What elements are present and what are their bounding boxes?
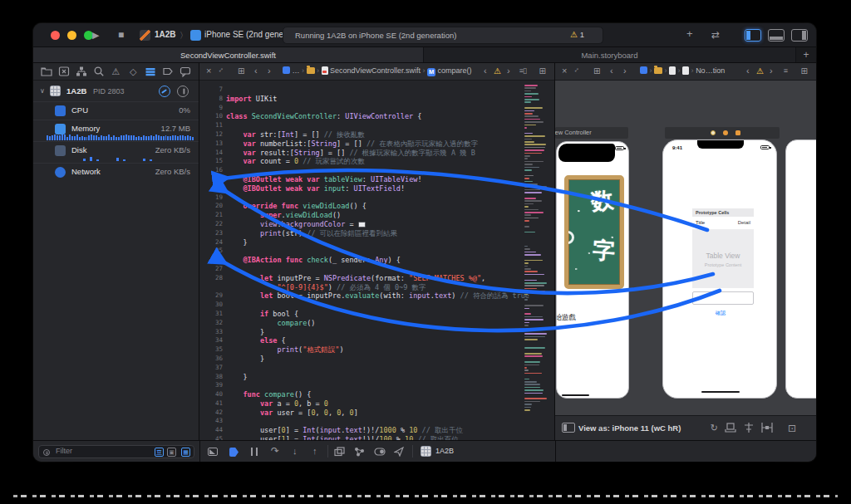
previous-issue-button[interactable]: ‹: [484, 66, 487, 76]
back-button[interactable]: ‹: [254, 66, 258, 76]
related-items-icon[interactable]: ⊞: [593, 66, 600, 76]
focus-editor-icon[interactable]: ↕: [217, 66, 225, 74]
network-row[interactable]: Network Zero KB/s: [33, 163, 199, 181]
issue-warning-icon[interactable]: ⚠: [756, 66, 764, 76]
symbols-navigator-icon[interactable]: [76, 66, 87, 77]
library-add-button[interactable]: +: [686, 27, 693, 41]
memory-graph-icon[interactable]: [177, 86, 189, 97]
toggle-navigator-button[interactable]: [745, 29, 761, 42]
issue-warning-icon[interactable]: ⚠: [494, 66, 501, 76]
tab-secondviewcontroller[interactable]: SecondViewController.swift: [33, 47, 424, 62]
hide-debug-area-icon[interactable]: [208, 448, 218, 456]
code-area[interactable]: 78import UIKit910class SecondViewControl…: [199, 81, 554, 440]
breakpoints-toggle-icon[interactable]: [229, 448, 239, 457]
color-literal-swatch[interactable]: [358, 222, 366, 228]
breadcrumb[interactable]: … › › SecondViewController.swift › M com…: [283, 66, 472, 76]
toggle-debug-area-button[interactable]: [768, 29, 785, 42]
previous-issue-button[interactable]: ‹: [746, 66, 750, 76]
close-window-button[interactable]: [51, 31, 60, 40]
editor-swap-icon[interactable]: ⇄: [711, 28, 720, 42]
code-minimap[interactable]: [524, 83, 549, 437]
next-issue-button[interactable]: ›: [507, 66, 510, 76]
filter-input[interactable]: [56, 447, 139, 455]
update-frames-icon[interactable]: ↻: [711, 423, 718, 433]
exit-icon[interactable]: [735, 130, 740, 135]
view-hierarchy-icon[interactable]: [334, 447, 345, 457]
toggle-inspectors-button[interactable]: [791, 29, 808, 42]
forward-button[interactable]: ›: [623, 66, 627, 76]
table-view[interactable]: Table View Prototype Content: [692, 230, 754, 288]
start-game-button[interactable]: 開始遊戲: [556, 313, 576, 323]
new-tab-button[interactable]: +: [796, 47, 816, 62]
breakpoints-navigator-icon[interactable]: [162, 66, 174, 77]
add-constraints-icon[interactable]: [761, 423, 773, 433]
devices-icon[interactable]: [562, 423, 575, 433]
code-line: 20 override func viewDidLoad() {: [199, 202, 554, 211]
back-button[interactable]: ‹: [610, 66, 613, 76]
scope-memory-icon[interactable]: ▣: [167, 448, 176, 457]
scene3-phone-partial[interactable]: [785, 139, 816, 399]
code-line: 35 print("格式錯誤"): [199, 345, 554, 355]
cpu-row[interactable]: CPU 0%: [33, 101, 199, 120]
filter-field[interactable]: 亘 ▣ ▦: [38, 445, 194, 458]
add-editor-icon[interactable]: ⊞: [801, 66, 808, 76]
align-icon[interactable]: [743, 423, 755, 433]
resolve-autolayout-icon[interactable]: ⊡: [788, 423, 796, 434]
scope-running-icon[interactable]: 亘: [155, 448, 164, 457]
document-outline-icon[interactable]: ≡: [784, 66, 788, 75]
prototype-cell[interactable]: Title Detail: [692, 217, 754, 230]
scene1-title-bar[interactable]: View Controller: [555, 127, 628, 139]
simulate-location-icon[interactable]: [394, 447, 404, 457]
scope-stack-icon[interactable]: ▦: [181, 448, 190, 457]
reports-navigator-icon[interactable]: [180, 66, 191, 77]
process-header-row[interactable]: ∨ 1A2B PID 2803: [33, 85, 199, 100]
code-line: 22 view.backgroundColor =: [199, 220, 554, 229]
editor-options-icon[interactable]: ≡▯: [519, 66, 526, 75]
close-editor-icon[interactable]: ×: [562, 66, 567, 76]
close-editor-icon[interactable]: ×: [206, 66, 211, 76]
blackboard-image[interactable]: 数 字: [564, 175, 624, 289]
focus-editor-icon[interactable]: ↕: [573, 66, 581, 74]
scene2-phone[interactable]: 9:41 Prototype Cells Title Detail Table …: [662, 139, 777, 399]
breadcrumb[interactable]: › › › › No…tion: [640, 66, 725, 75]
tests-navigator-icon[interactable]: ◇: [127, 66, 139, 77]
scheme-name[interactable]: 1A2B: [155, 30, 176, 39]
embed-in-icon[interactable]: [725, 423, 736, 433]
project-navigator-icon[interactable]: [41, 66, 52, 77]
step-over-icon[interactable]: ↷: [271, 445, 279, 457]
warning-count[interactable]: ⚠ 1: [570, 30, 584, 39]
profile-gauge-icon[interactable]: [159, 86, 170, 97]
first-responder-icon[interactable]: [723, 130, 728, 135]
stop-button[interactable]: ■: [118, 28, 124, 42]
issues-navigator-icon[interactable]: ⚠: [110, 66, 121, 77]
confirm-button[interactable]: 確認: [716, 310, 726, 317]
outlet-connection-well[interactable]: [217, 257, 223, 263]
disclosure-chevron-icon[interactable]: ∨: [40, 87, 45, 95]
next-issue-button[interactable]: ›: [770, 66, 773, 76]
scene2-dock[interactable]: [665, 127, 780, 139]
view-controller-icon[interactable]: [711, 130, 716, 135]
run-button[interactable]: ▶: [92, 28, 99, 42]
view-as-label[interactable]: View as: iPhone 11 (wC hR): [578, 423, 681, 433]
scene1-phone[interactable]: 数 字 開始遊戲: [556, 141, 629, 399]
search-icon[interactable]: [93, 66, 105, 77]
memory-row[interactable]: Memory 12.7 MB: [33, 120, 199, 141]
environment-overrides-icon[interactable]: [374, 447, 386, 457]
step-out-icon[interactable]: ↑: [312, 446, 317, 456]
add-editor-icon[interactable]: ⊞: [539, 66, 546, 76]
debug-navigator-icon[interactable]: [145, 66, 156, 77]
disk-row[interactable]: Disk Zero KB/s: [33, 141, 199, 163]
storyboard-canvas[interactable]: View Controller 数 字 開始遊戲: [555, 81, 816, 415]
step-into-icon[interactable]: ↓: [293, 446, 298, 456]
memory-graph-icon[interactable]: [354, 447, 365, 457]
related-items-icon[interactable]: ⊞: [238, 66, 244, 76]
outlet-connection-well[interactable]: [217, 185, 223, 191]
source-control-icon[interactable]: [58, 66, 70, 77]
forward-button[interactable]: ›: [268, 66, 271, 76]
outlet-connection-well[interactable]: [217, 177, 223, 183]
input-text-field[interactable]: [692, 291, 754, 305]
tab-main-storyboard[interactable]: Main.storyboard: [424, 47, 796, 62]
minimize-window-button[interactable]: [67, 31, 76, 40]
prototype-cells-header[interactable]: Prototype Cells: [692, 208, 754, 217]
pause-execution-icon[interactable]: [251, 448, 258, 456]
